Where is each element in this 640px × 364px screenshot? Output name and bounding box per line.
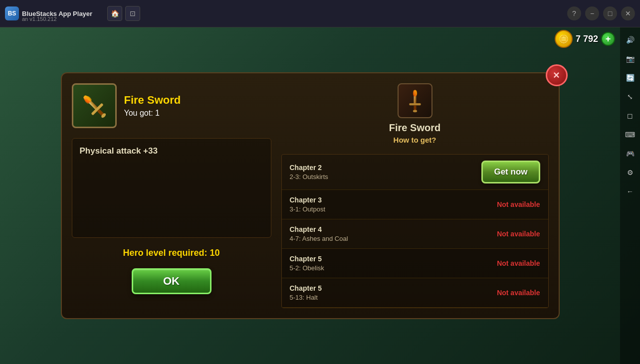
sidebar-expand-icon[interactable]: ⤡	[623, 89, 638, 104]
chapter-row: Chapter 55-2: ObeliskNot available	[282, 249, 548, 278]
sidebar-settings-icon[interactable]: ⚙	[623, 165, 638, 180]
sidebar-rotate-icon[interactable]: 🔄	[623, 70, 638, 85]
svg-rect-8	[409, 103, 421, 105]
chapter-stage: 5-2: Obelisk	[290, 264, 324, 272]
chapter-name: Chapter 5	[290, 255, 324, 263]
chapter-name: Chapter 4	[290, 225, 348, 233]
chapter-info: Chapter 44-7: Ashes and Coal	[290, 225, 348, 242]
ok-button[interactable]: OK	[132, 268, 212, 294]
chapter-info: Chapter 55-2: Obelisk	[290, 255, 324, 272]
minimize-button[interactable]: −	[585, 6, 599, 20]
how-to-get-label: How to get?	[394, 136, 436, 144]
maximize-button[interactable]: □	[603, 6, 617, 20]
item-detail-header: Fire Sword How to get?	[281, 83, 549, 144]
topbar-controls: ? − □ ✕	[567, 6, 635, 20]
sidebar-screenshot-icon[interactable]: 📷	[623, 51, 638, 66]
currency-amount: 7 792	[576, 34, 598, 44]
chapter-name: Chapter 3	[290, 196, 326, 204]
item-header: Fire Sword You got: 1	[72, 83, 271, 128]
fire-sword-icon-medium	[403, 88, 427, 113]
help-button[interactable]: ?	[567, 6, 581, 20]
item-detail-name: Fire Sword	[389, 122, 440, 134]
add-currency-button[interactable]: +	[601, 32, 615, 46]
sidebar-back-icon[interactable]: ←	[623, 184, 638, 199]
chapter-info: Chapter 55-13: Halt	[290, 284, 322, 301]
sidebar-gamepad-icon[interactable]: 🎮	[623, 146, 638, 161]
not-available-label: Not available	[497, 289, 540, 297]
chapter-row: Chapter 55-13: HaltNot available	[282, 278, 548, 308]
chapter-list: Chapter 22-3: OutskirtsGet nowChapter 33…	[281, 154, 549, 308]
history-button[interactable]: ⊡	[125, 6, 140, 21]
hero-level-value: 10	[210, 248, 220, 258]
svg-point-10	[413, 110, 417, 112]
close-window-button[interactable]: ✕	[621, 6, 635, 20]
chapter-stage: 2-3: Outskirts	[290, 173, 328, 181]
modal-close-button[interactable]: ×	[546, 64, 568, 86]
app-subtitle: an v1.150.212	[22, 16, 57, 22]
chapter-stage: 3-1: Outpost	[290, 205, 326, 213]
chapter-info: Chapter 22-3: Outskirts	[290, 164, 328, 181]
right-panel: Fire Sword How to get? Chapter 22-3: Out…	[281, 83, 549, 308]
bluestacks-icon: BS	[5, 6, 19, 20]
stat-physical-attack: Physical attack +33	[80, 146, 263, 156]
item-title-area: Fire Sword You got: 1	[124, 94, 181, 118]
got-label: You got:	[124, 109, 153, 117]
right-sidebar: 🔊 📷 🔄 ⤡ ◻ ⌨ 🎮 ⚙ ←	[620, 27, 640, 364]
svg-rect-9	[414, 105, 416, 110]
chapter-name: Chapter 2	[290, 164, 328, 172]
hero-level-required: Hero level required: 10	[72, 248, 271, 258]
home-button[interactable]: 🏠	[107, 6, 122, 21]
sidebar-sound-icon[interactable]: 🔊	[623, 32, 638, 47]
chapter-name: Chapter 5	[290, 284, 322, 292]
got-value: 1	[155, 109, 160, 117]
item-icon-medium	[398, 83, 432, 118]
get-now-button[interactable]: Get now	[481, 161, 540, 183]
left-panel: Fire Sword You got: 1 Physical attack +3…	[72, 83, 271, 308]
item-got-text: You got: 1	[124, 109, 181, 118]
not-available-label: Not available	[497, 230, 540, 238]
stats-box: Physical attack +33	[72, 138, 271, 238]
topbar: BS BlueStacks App Player an v1.150.212 🏠…	[0, 0, 640, 27]
modal-overlay: ×	[0, 27, 620, 364]
nav-icons: 🏠 ⊡	[107, 6, 140, 21]
svg-point-11	[413, 90, 417, 96]
not-available-label: Not available	[497, 259, 540, 267]
currency-display: 🪙 7 792 +	[552, 27, 618, 50]
hero-level-label: Hero level required:	[123, 248, 207, 258]
coin-icon: 🪙	[555, 30, 573, 48]
item-modal: ×	[61, 72, 560, 319]
chapter-row: Chapter 33-1: OutpostNot available	[282, 190, 548, 219]
chapter-info: Chapter 33-1: Outpost	[290, 196, 326, 213]
app-logo: BS BlueStacks App Player an v1.150.212	[5, 6, 92, 20]
chapter-stage: 4-7: Ashes and Coal	[290, 235, 348, 242]
chapter-row: Chapter 22-3: OutskirtsGet now	[282, 155, 548, 190]
sidebar-keyboard-icon[interactable]: ⌨	[623, 127, 638, 142]
chapter-stage: 5-13: Halt	[290, 294, 322, 301]
item-icon-large	[72, 83, 117, 128]
fire-sword-icon-large	[72, 83, 117, 128]
chapter-row: Chapter 44-7: Ashes and CoalNot availabl…	[282, 219, 548, 249]
sidebar-window-icon[interactable]: ◻	[623, 108, 638, 123]
close-icon: ×	[553, 70, 560, 81]
item-name: Fire Sword	[124, 94, 181, 107]
not-available-label: Not available	[497, 200, 540, 208]
